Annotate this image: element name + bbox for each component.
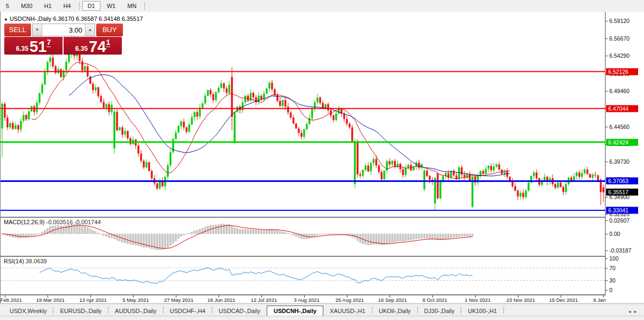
- axis-tick-label: 6.44560: [609, 124, 630, 130]
- sell-price-prefix: 6.35: [16, 45, 28, 52]
- collapse-icon[interactable]: ▲: [4, 17, 8, 21]
- buy-price-main: 74: [89, 40, 106, 54]
- timeframe-button-mn[interactable]: MN: [122, 1, 142, 11]
- rsi-value: 38.0639: [26, 258, 47, 264]
- axis-tick-mark: [606, 21, 608, 21]
- axis-tick-mark: [606, 162, 608, 162]
- bottom-strip: [0, 316, 644, 320]
- chart-tab-ukoil-daily[interactable]: UKOil-,Daily: [373, 306, 417, 316]
- buy-price-prefix: 6.35: [75, 45, 88, 52]
- macd-indicator-pane[interactable]: MACD(12,26,9) -0.003516 -0.001744: [0, 218, 606, 256]
- timeframe-button-m30[interactable]: M30: [15, 1, 37, 11]
- axis-tick-label: 6.49460: [609, 88, 630, 94]
- volume-decrease-icon[interactable]: ▼: [33, 24, 42, 36]
- date-label: 16 Sep 2021: [378, 297, 407, 303]
- axis-tick-mark: [606, 127, 608, 127]
- date-label: 13 Apr 2021: [80, 297, 107, 303]
- rsi-line: [40, 268, 472, 284]
- axis-tick-label: 6.39730: [609, 158, 630, 165]
- axis-tick-label: 70: [609, 265, 616, 271]
- date-label: 23 Nov 2021: [506, 297, 535, 303]
- rsi-label: RSI(14) 38.0639: [4, 258, 47, 264]
- date-label: 25 Aug 2021: [336, 297, 364, 303]
- chart-title: ▲USDCNH-,Daily 6.36170 6.36587 6.34148 6…: [4, 16, 143, 22]
- axis-tick-label: 0: [609, 287, 612, 293]
- volume-input[interactable]: [42, 24, 85, 36]
- buy-button[interactable]: BUY: [96, 24, 123, 36]
- axis-tick-mark: [606, 290, 608, 291]
- axis-tick-mark: [606, 280, 608, 281]
- date-label: 25 Feb 2021: [0, 297, 22, 303]
- candlestick-series: [1, 32, 604, 210]
- date-label: 8 Oct 2021: [422, 297, 447, 303]
- sell-price-pip: 7: [46, 38, 51, 47]
- price-badge-6.42424: 6.42424: [606, 139, 638, 146]
- axis-tick-label: 6.54290: [609, 52, 630, 59]
- chart-tab-eurusd-daily[interactable]: EURUSD-,Daily: [53, 306, 108, 316]
- axis-tick-label: 100: [609, 255, 619, 262]
- date-label: 1 Nov 2021: [465, 297, 491, 303]
- date-label: 5 May 2021: [122, 297, 149, 303]
- price-badge-6.37063: 6.37063: [606, 178, 638, 185]
- one-click-trade-panel: SELL ▼ ▲ BUY 6.35 51 7 6.35 74 1: [4, 24, 123, 55]
- axis-tick-mark: [606, 220, 608, 221]
- chart-ohlc-readout: 6.36170 6.36587 6.34148 6.35517: [53, 16, 143, 22]
- sell-price-main: 51: [29, 40, 46, 54]
- chart-tab-xauusd-h1[interactable]: XAUUSD-,H1: [323, 306, 372, 316]
- axis-tick-mark: [606, 197, 608, 197]
- macd-rsi-splitter[interactable]: [0, 256, 606, 257]
- price-macd-splitter[interactable]: [0, 217, 606, 218]
- price-badge-6.35517: 6.35517: [606, 189, 638, 196]
- toolbar-separator: [144, 2, 145, 10]
- axis-tick-mark: [606, 214, 608, 215]
- sell-button[interactable]: SELL: [4, 24, 31, 36]
- price-badge-6.33041: 6.33041: [606, 207, 638, 214]
- axis-tick-mark: [606, 250, 608, 251]
- chart-tab-uk100-h1[interactable]: UK100-,H1: [461, 306, 503, 316]
- tab-scroll-left-icon[interactable]: ◂: [629, 309, 634, 314]
- timeframe-button-d1[interactable]: D1: [82, 1, 100, 11]
- axis-tick-mark: [606, 268, 608, 269]
- chart-tab-dj30-daily[interactable]: DJ30-,Daily: [418, 306, 461, 316]
- macd-values: -0.003516 -0.001744: [46, 219, 100, 225]
- axis-tick-mark: [606, 91, 608, 92]
- chart-tab-usdcad-daily[interactable]: USDCAD-,Daily: [212, 306, 267, 316]
- axis-tick-label: 30: [609, 277, 616, 284]
- chart-symbol-label: USDCNH-,Daily: [10, 16, 51, 22]
- date-label: 27 May 2021: [164, 297, 193, 303]
- macd-histogram: [2, 224, 474, 250]
- timeframe-button-w1[interactable]: W1: [102, 1, 121, 11]
- macd-label: MACD(12,26,9) -0.003516 -0.001744: [4, 219, 101, 225]
- date-label: 3 Aug 2021: [294, 297, 320, 303]
- sell-price-box[interactable]: 6.35 51 7: [4, 37, 63, 55]
- mt4-window: 5M30H1H4D1W1MN ▲USDCNH-,Daily 6.36170 6.…: [0, 0, 644, 320]
- timeframe-button-h1[interactable]: H1: [39, 1, 57, 11]
- chart-tab-audusd-daily[interactable]: AUDUSD-,Daily: [108, 306, 163, 316]
- date-label: 12 Jul 2021: [251, 297, 277, 303]
- ma-fast-line: [32, 63, 510, 179]
- axis-tick-label: -0.03187: [609, 247, 631, 254]
- volume-increase-icon[interactable]: ▲: [85, 24, 95, 36]
- chart-tab-usdx-weekly[interactable]: USDX,Weekly: [3, 306, 53, 316]
- date-label: 18 Jun 2021: [207, 297, 235, 303]
- volume-stepper: ▼ ▲: [32, 24, 95, 36]
- date-axis[interactable]: 25 Feb 202119 Mar 202113 Apr 20215 May 2…: [0, 295, 606, 303]
- rsi-indicator-pane[interactable]: RSI(14) 38.0639: [0, 257, 606, 295]
- chart-tab-bar: USDX,WeeklyEURUSD-,DailyAUDUSD-,DailyUSD…: [0, 303, 644, 316]
- date-label: 15 Dec 2021: [549, 297, 578, 303]
- chart-tab-usdcnh-daily[interactable]: USDCNH-,Daily: [267, 306, 323, 316]
- axis-tick-label: 0.02607: [609, 217, 630, 224]
- timeframe-button-h4[interactable]: H4: [58, 1, 76, 11]
- price-badge-6.52126: 6.52126: [606, 68, 638, 75]
- timeframe-button-5[interactable]: 5: [1, 1, 14, 11]
- axis-tick-mark: [606, 56, 608, 56]
- rsi-chart-canvas[interactable]: [1, 257, 606, 295]
- buy-price-box[interactable]: 6.35 74 1: [64, 37, 122, 55]
- price-axis[interactable]: 6.591206.566706.542906.518406.494606.470…: [606, 12, 644, 303]
- buy-price-pip: 1: [106, 38, 110, 47]
- tab-scroll-right-icon[interactable]: ▸: [634, 309, 640, 314]
- tab-separator: [503, 307, 504, 314]
- axis-tick-mark: [606, 258, 608, 259]
- axis-tick-label: 6.56670: [609, 35, 630, 42]
- chart-tab-usdchf-h4[interactable]: USDCHF-,H4: [164, 306, 212, 316]
